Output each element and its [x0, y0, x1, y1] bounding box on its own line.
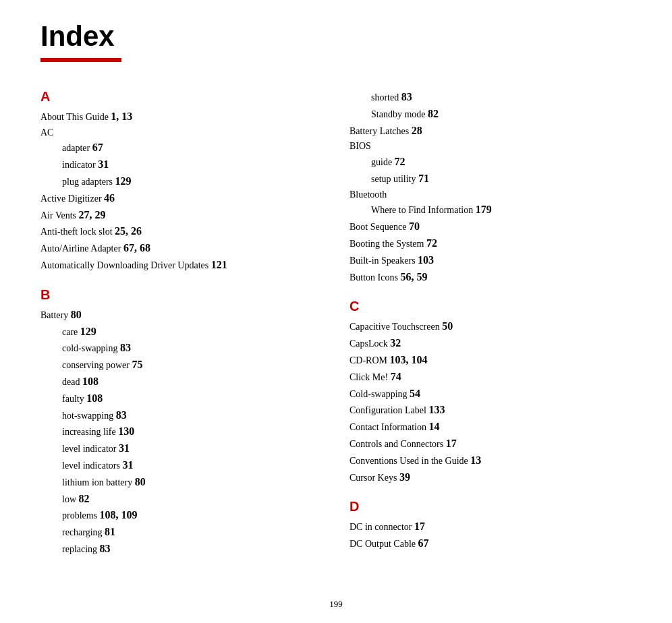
index-page-number: 17: [446, 438, 457, 449]
index-page-number: 67: [418, 537, 429, 549]
index-page-number: 82: [79, 493, 90, 504]
index-entry: setup utility 71: [349, 171, 632, 187]
index-page-number: 14: [428, 421, 439, 432]
index-entry: Conventions Used in the Guide 13: [349, 452, 632, 469]
index-entry: care 129: [40, 324, 323, 340]
index-entry: guide 72: [349, 154, 632, 171]
index-letter-d: D: [349, 499, 632, 514]
index-entry: shorted 83: [349, 89, 632, 106]
index-entry: Cursor Keys 39: [349, 469, 632, 486]
index-page-number: 83: [401, 91, 412, 102]
index-page-number: 103: [418, 254, 434, 266]
index-entry: cold-swapping 83: [40, 340, 323, 357]
index-entry: Bluetooth: [349, 187, 632, 202]
index-page-number: 74: [391, 371, 401, 382]
index-page-number: 31: [98, 158, 109, 170]
index-entry: replacing 83: [40, 541, 323, 558]
red-bar-decoration: [40, 58, 121, 62]
index-entry: Capacitive Touchscreen 50: [349, 318, 632, 335]
index-entry: increasing life 130: [40, 423, 323, 440]
index-entry: Cold-swapping 54: [349, 386, 632, 403]
index-entry: BIOS: [349, 139, 632, 154]
right-column: shorted 83Standby mode 82Battery Latches…: [349, 89, 632, 558]
index-page-number: 31: [119, 442, 130, 454]
index-page-number: 71: [418, 173, 429, 184]
index-page-number: 82: [428, 108, 439, 119]
index-entry: low 82: [40, 491, 323, 508]
index-entry: Click Me! 74: [349, 369, 632, 386]
index-entry: lithium ion battery 80: [40, 474, 323, 491]
index-entry: level indicators 31: [40, 457, 323, 474]
index-entry: Configuration Label 133: [349, 402, 632, 419]
index-page-number: 121: [211, 259, 227, 270]
index-entry: Booting the System 72: [349, 235, 632, 252]
index-entry: Boot Sequence 70: [349, 218, 632, 235]
index-entry: Automatically Downloading Driver Updates…: [40, 257, 323, 274]
index-entry: Standby mode 82: [349, 106, 632, 123]
index-entry: adapter 67: [40, 140, 323, 156]
index-page-number: 17: [414, 521, 425, 532]
index-page-number: 129: [80, 326, 96, 337]
index-page-number: 72: [426, 237, 437, 249]
index-page-number: 130: [118, 425, 134, 437]
page-title: Index: [40, 20, 632, 53]
index-page-number: 129: [115, 175, 132, 187]
index-page-number: 25, 26: [115, 225, 142, 237]
index-entry: problems 108, 109: [40, 507, 323, 524]
index-page-number: 67: [92, 142, 103, 153]
index-entry: AC: [40, 125, 323, 140]
index-page-number: 108: [86, 392, 103, 404]
index-page-number: 133: [428, 404, 445, 415]
index-entry: Controls and Connectors 17: [349, 436, 632, 452]
index-entry: Button Icons 56, 59: [349, 269, 632, 286]
index-page-number: 108, 109: [100, 509, 138, 521]
left-column: AAbout This Guide 1, 13ACadapter 67indic…: [40, 89, 323, 558]
index-page-number: 81: [105, 526, 115, 537]
index-entry: Air Vents 27, 29: [40, 207, 323, 224]
index-page-number: 70: [409, 220, 420, 232]
index-page-number: 72: [395, 156, 405, 167]
index-entry: Anti-theft lock slot 25, 26: [40, 223, 323, 240]
index-entry: Battery Latches 28: [349, 123, 632, 140]
index-page-number: 67, 68: [123, 242, 150, 254]
index-page-number: 80: [135, 476, 146, 487]
index-page-number: 27, 29: [79, 209, 106, 220]
index-entry: conserving power 75: [40, 357, 323, 374]
index-entry: DC in connector 17: [349, 518, 632, 535]
index-page-number: 80: [71, 309, 82, 320]
index-entry: Auto/Airline Adapter 67, 68: [40, 240, 323, 257]
index-entry: hot-swapping 83: [40, 407, 323, 424]
page-container: Index AAbout This Guide 1, 13ACadapter 6…: [0, 0, 672, 598]
index-page-number: 83: [116, 409, 127, 421]
index-entry: Active Digitizer 46: [40, 190, 323, 207]
index-page-number: 31: [122, 459, 133, 471]
index-page-number: 32: [390, 337, 401, 349]
index-page-number: 50: [442, 320, 453, 332]
index-entry: About This Guide 1, 13: [40, 109, 323, 125]
index-page-number: 54: [410, 388, 420, 399]
index-page-number: 75: [132, 359, 142, 370]
index-entry: CapsLock 32: [349, 335, 632, 352]
index-page-number: 179: [476, 204, 492, 215]
index-page-number: 56, 59: [400, 271, 427, 283]
index-entry: level indicator 31: [40, 440, 323, 457]
index-entry: DC Output Cable 67: [349, 535, 632, 552]
index-entry: plug adapters 129: [40, 173, 323, 190]
index-page-number: 83: [100, 543, 111, 554]
index-page-number: 103, 104: [390, 354, 428, 365]
index-letter-a: A: [40, 89, 323, 105]
index-page-number: 108: [82, 376, 99, 387]
page-number: 199: [329, 599, 343, 610]
index-letter-c: C: [349, 299, 632, 314]
index-entry: Contact Information 14: [349, 419, 632, 436]
index-entry: recharging 81: [40, 524, 323, 541]
index-page-number: 13: [470, 454, 481, 466]
index-columns: AAbout This Guide 1, 13ACadapter 67indic…: [40, 89, 632, 558]
index-entry: Battery 80: [40, 307, 323, 324]
index-entry: CD-ROM 103, 104: [349, 352, 632, 369]
index-page-number: 46: [104, 192, 115, 204]
index-entry: indicator 31: [40, 156, 323, 173]
index-entry: dead 108: [40, 374, 323, 390]
index-entry: faulty 108: [40, 390, 323, 407]
index-page-number: 83: [120, 342, 131, 353]
